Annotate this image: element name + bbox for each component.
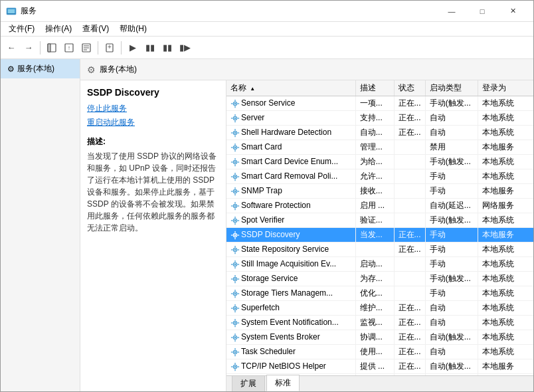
restart-service-link[interactable]: 重启动此服务 bbox=[87, 117, 219, 128]
svg-point-110 bbox=[234, 337, 236, 339]
table-row[interactable]: Sensor Service一项...正在...手动(触发...本地系统 bbox=[226, 96, 533, 111]
table-row[interactable]: Spot Verifier验证...手动(触发...本地系统 bbox=[226, 213, 533, 228]
sidebar-item-local-services[interactable]: ⚙ 服务(本地) bbox=[1, 59, 80, 78]
menu-help[interactable]: 帮助(H) bbox=[114, 22, 152, 36]
svg-point-98 bbox=[234, 308, 236, 310]
cell-desc: 为存... bbox=[355, 272, 394, 286]
table-row[interactable]: SSDP Discovery当发...正在...手动本地服务 bbox=[226, 228, 533, 243]
menu-action[interactable]: 操作(A) bbox=[40, 22, 77, 36]
cell-name: Shell Hardware Detection bbox=[226, 126, 355, 140]
close-button[interactable]: ✕ bbox=[497, 1, 528, 22]
table-row[interactable]: Smart Card管理...禁用本地服务 bbox=[226, 140, 533, 155]
cell-status bbox=[394, 272, 425, 286]
col-header-startup[interactable]: 启动类型 bbox=[425, 80, 478, 96]
cell-startup: 自动 bbox=[425, 126, 478, 140]
cell-status bbox=[394, 155, 425, 169]
cell-status: 正在... bbox=[394, 359, 425, 374]
svg-point-20 bbox=[234, 118, 236, 120]
properties-button[interactable] bbox=[78, 40, 94, 56]
svg-point-32 bbox=[234, 147, 236, 149]
back-button[interactable]: ← bbox=[3, 40, 19, 56]
cell-startup: 自动 bbox=[425, 316, 478, 330]
cell-startup: 自动(延迟... bbox=[425, 199, 478, 213]
col-header-desc[interactable]: 描述 bbox=[355, 80, 394, 96]
table-row[interactable]: System Events Broker协调...正在...自动(触发...本地… bbox=[226, 330, 533, 345]
cell-status bbox=[394, 257, 425, 272]
table-row[interactable]: Task Scheduler使用...正在...自动本地系统 bbox=[226, 345, 533, 359]
restart-button[interactable]: ▮▶ bbox=[177, 40, 193, 56]
svg-point-62 bbox=[234, 220, 236, 222]
cell-status bbox=[394, 286, 425, 301]
maximize-button[interactable]: □ bbox=[467, 1, 497, 22]
pause-button[interactable]: ▮▮ bbox=[159, 40, 175, 56]
tab-expand[interactable]: 扩展 bbox=[232, 375, 265, 391]
play-button[interactable]: ▶ bbox=[125, 40, 141, 56]
toolbar: ← → ↑ + bbox=[1, 37, 533, 59]
cell-name: SNMP Trap bbox=[226, 184, 355, 199]
svg-point-50 bbox=[234, 191, 236, 193]
split-pane: SSDP Discovery 停止此服务 重启动此服务 描述: 当发现了使用 S… bbox=[80, 80, 533, 391]
table-row[interactable]: System Event Notification...监视...正在...自动… bbox=[226, 316, 533, 330]
minimize-button[interactable]: — bbox=[436, 1, 467, 22]
cell-startup: 自动 bbox=[425, 111, 478, 126]
table-row[interactable]: Server支持...正在...自动本地系统 bbox=[226, 111, 533, 126]
cell-status: 正在... bbox=[394, 228, 425, 243]
up-button[interactable]: ↑ bbox=[61, 40, 77, 56]
cell-status: 正在... bbox=[394, 316, 425, 330]
cell-status: 正在... bbox=[394, 345, 425, 359]
table-row[interactable]: Smart Card Removal Poli...允许...手动本地系统 bbox=[226, 169, 533, 184]
cell-name: Smart Card Removal Poli... bbox=[226, 169, 355, 184]
col-header-name[interactable]: 名称 ▲ bbox=[226, 80, 355, 96]
table-row[interactable]: Software Protection启用 ...自动(延迟...网络服务 bbox=[226, 199, 533, 213]
cell-login: 本地服务 bbox=[478, 228, 533, 243]
table-scroll[interactable]: 名称 ▲ 描述 状态 启动类型 登录为 Sensor S bbox=[226, 80, 533, 375]
cell-login: 本地系统 bbox=[478, 213, 533, 228]
menu-view[interactable]: 查看(V) bbox=[77, 22, 114, 36]
cell-name: System Event Notification... bbox=[226, 316, 355, 330]
table-row[interactable]: TCP/IP NetBIOS Helper提供 ...正在...自动(触发...… bbox=[226, 359, 533, 374]
table-row[interactable]: Smart Card Device Enum...为给...手动(触发...本地… bbox=[226, 155, 533, 169]
cell-status: 正在... bbox=[394, 330, 425, 345]
cell-name: Storage Service bbox=[226, 272, 355, 286]
cell-startup: 禁用 bbox=[425, 140, 478, 155]
cell-desc: 提供 ... bbox=[355, 359, 394, 374]
menu-file[interactable]: 文件(F) bbox=[3, 22, 40, 36]
cell-startup: 手动 bbox=[425, 169, 478, 184]
cell-startup: 手动 bbox=[425, 228, 478, 243]
table-row[interactable]: SNMP Trap接收...手动本地服务 bbox=[226, 184, 533, 199]
window-title: 服务 bbox=[21, 5, 436, 17]
tab-standard[interactable]: 标准 bbox=[266, 375, 300, 391]
services-icon: ⚙ bbox=[7, 64, 15, 74]
services-table: 名称 ▲ 描述 状态 启动类型 登录为 Sensor S bbox=[226, 80, 533, 375]
stop-button[interactable]: ▮▮ bbox=[142, 40, 158, 56]
table-row[interactable]: Shell Hardware Detection自动...正在...自动本地系统 bbox=[226, 126, 533, 140]
table-row[interactable]: Storage Tiers Managem...优化...手动本地系统 bbox=[226, 286, 533, 301]
cell-name: System Events Broker bbox=[226, 330, 355, 345]
table-body: Sensor Service一项...正在...手动(触发...本地系统Serv… bbox=[226, 96, 533, 376]
content-area: ⚙ 服务(本地) SSDP Discovery 停止此服务 重启动此服务 描述:… bbox=[80, 59, 533, 391]
cell-status: 正在... bbox=[394, 96, 425, 111]
cell-name: Software Protection bbox=[226, 199, 355, 213]
table-row[interactable]: Superfetch维护...正在...自动本地系统 bbox=[226, 301, 533, 316]
cell-startup: 手动(触发... bbox=[425, 272, 478, 286]
sort-arrow-name: ▲ bbox=[250, 86, 255, 92]
show-hide-button[interactable] bbox=[44, 40, 60, 56]
cell-login: 本地系统 bbox=[478, 169, 533, 184]
svg-point-104 bbox=[234, 322, 236, 324]
stop-service-link[interactable]: 停止此服务 bbox=[87, 103, 219, 114]
table-row[interactable]: Still Image Acquisition Ev...启动...手动本地系统 bbox=[226, 257, 533, 272]
title-bar: 服务 — □ ✕ bbox=[1, 1, 533, 22]
table-row[interactable]: State Repository Service正在...手动本地系统 bbox=[226, 243, 533, 257]
service-description: 当发现了使用 SSDP 协议的网络设备和服务，如 UPnP 设备，同时还报告了运… bbox=[87, 150, 219, 234]
table-row[interactable]: Storage Service为存...手动(触发...本地系统 bbox=[226, 272, 533, 286]
cell-status bbox=[394, 184, 425, 199]
new-button[interactable]: + bbox=[102, 40, 118, 56]
col-header-status[interactable]: 状态 bbox=[394, 80, 425, 96]
cell-name: Storage Tiers Managem... bbox=[226, 286, 355, 301]
cell-login: 本地系统 bbox=[478, 243, 533, 257]
col-header-login[interactable]: 登录为 bbox=[478, 80, 533, 96]
svg-point-68 bbox=[234, 235, 236, 237]
cell-startup: 手动 bbox=[425, 243, 478, 257]
forward-button[interactable]: → bbox=[21, 40, 37, 56]
window-icon bbox=[6, 6, 17, 17]
